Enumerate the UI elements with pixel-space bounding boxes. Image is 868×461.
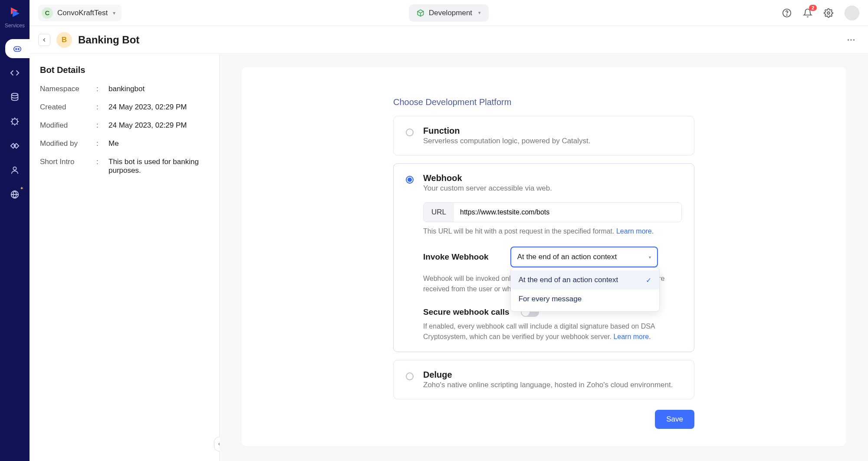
- platform-option-webhook: Webhook Your custom server accessible vi…: [393, 163, 694, 352]
- check-icon: ✓: [646, 276, 651, 284]
- chevron-down-icon: ▾: [478, 10, 481, 16]
- rail-item-debug[interactable]: [5, 112, 24, 131]
- platform-option-function[interactable]: Function Serverless computation logic, p…: [393, 116, 694, 155]
- platform-option-deluge[interactable]: Deluge Zoho's native online scripting la…: [393, 360, 694, 399]
- svg-point-5: [13, 167, 16, 170]
- rail-item-database[interactable]: [5, 88, 24, 107]
- services-label: Services: [5, 23, 25, 29]
- svg-point-10: [848, 39, 849, 41]
- svg-point-9: [827, 12, 830, 14]
- environment-label: Development: [429, 9, 472, 17]
- svg-point-3: [12, 93, 18, 96]
- rail-item-profile[interactable]: [5, 161, 24, 180]
- platform-title: Function: [423, 126, 591, 136]
- secure-helper-text: If enabled, every webhook call will incl…: [423, 321, 682, 342]
- dropdown-option-end-of-action[interactable]: At the end of an action context ✓: [511, 270, 659, 290]
- page-subheader: B Banking Bot: [30, 26, 868, 54]
- svg-rect-0: [14, 46, 21, 51]
- detail-row-modified: Modified : 24 May 2023, 02:29 PM: [40, 121, 209, 130]
- rail-item-integrations[interactable]: [5, 136, 24, 155]
- rail-item-globe[interactable]: ✦: [5, 185, 24, 204]
- radio-function[interactable]: [406, 128, 414, 136]
- url-helper: This URL will be hit with a post request…: [423, 227, 682, 235]
- detail-row-intro: Short Intro : This bot is used for banki…: [40, 158, 209, 175]
- bot-details-panel: Bot Details Namespace : bankingbot Creat…: [30, 54, 220, 461]
- cube-icon: [417, 9, 424, 17]
- url-label: URL: [424, 203, 454, 222]
- invoke-webhook-label: Invoke Webhook: [423, 252, 489, 262]
- section-title: Choose Development Platform: [393, 97, 694, 107]
- details-heading: Bot Details: [40, 65, 209, 75]
- radio-webhook[interactable]: [406, 176, 414, 184]
- dropdown-option-every-message[interactable]: For every message: [511, 290, 659, 309]
- content-card: Choose Development Platform Function Ser…: [241, 67, 846, 446]
- secure-learn-more-link[interactable]: Learn more.: [613, 333, 651, 340]
- url-learn-more-link[interactable]: Learn more.: [616, 227, 654, 235]
- project-name: ConvoKraftTest: [57, 9, 108, 17]
- user-avatar[interactable]: [845, 6, 859, 20]
- help-icon[interactable]: [782, 8, 792, 18]
- invoke-webhook-select[interactable]: At the end of an action context ▾: [510, 247, 658, 267]
- main-content-area: Choose Development Platform Function Ser…: [220, 54, 868, 461]
- svg-point-8: [786, 14, 787, 15]
- detail-row-namespace: Namespace : bankingbot: [40, 85, 209, 93]
- platform-title: Webhook: [423, 173, 682, 183]
- chevron-down-icon: ▾: [113, 10, 115, 16]
- svg-point-1: [16, 49, 17, 50]
- webhook-url-input[interactable]: [454, 203, 681, 222]
- top-bar: C ConvoKraftTest ▾ Development ▾ 2: [30, 0, 868, 26]
- project-avatar: C: [42, 7, 53, 19]
- back-button[interactable]: [38, 34, 50, 46]
- secure-webhook-label: Secure webhook calls: [423, 307, 510, 317]
- svg-point-12: [853, 39, 855, 41]
- more-menu-button[interactable]: [843, 33, 859, 47]
- environment-selector[interactable]: Development ▾: [409, 4, 489, 22]
- page-title: Banking Bot: [78, 34, 139, 46]
- svg-point-2: [18, 49, 19, 50]
- detail-row-modifiedby: Modified by : Me: [40, 139, 209, 148]
- notifications-icon[interactable]: 2: [803, 8, 812, 18]
- notification-badge: 2: [809, 5, 817, 11]
- svg-point-11: [850, 39, 852, 41]
- left-nav-rail: Services ✦: [0, 0, 30, 461]
- bot-avatar: B: [56, 32, 72, 48]
- invoke-webhook-dropdown: At the end of an action context ✓ For ev…: [510, 267, 660, 312]
- rail-item-code[interactable]: [5, 63, 24, 82]
- detail-row-created: Created : 24 May 2023, 02:29 PM: [40, 103, 209, 112]
- platform-desc: Your custom server accessible via web.: [423, 184, 682, 193]
- save-button[interactable]: Save: [655, 410, 694, 429]
- project-selector[interactable]: C ConvoKraftTest ▾: [38, 5, 122, 21]
- platform-desc: Zoho's native online scripting language,…: [423, 381, 673, 389]
- settings-icon[interactable]: [824, 8, 833, 18]
- app-logo-icon: [7, 4, 23, 20]
- platform-desc: Serverless computation logic, powered by…: [423, 137, 591, 145]
- sparkle-icon: ✦: [20, 186, 23, 191]
- rail-item-bot[interactable]: [5, 39, 30, 58]
- platform-title: Deluge: [423, 370, 673, 380]
- svg-point-4: [12, 119, 18, 125]
- chevron-down-icon: ▾: [649, 255, 651, 260]
- radio-deluge[interactable]: [406, 372, 414, 380]
- webhook-url-row: URL: [423, 202, 682, 222]
